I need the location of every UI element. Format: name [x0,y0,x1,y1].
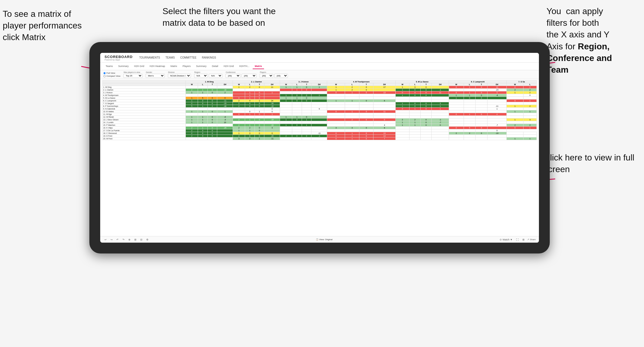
matrix-cell [449,89,464,91]
matrix-cell [432,132,449,135]
region-select-1[interactable]: N/A [194,74,208,78]
max-players-select[interactable]: Top 25 [123,74,142,78]
matrix-cell [302,108,311,110]
matrix-cell: 0 [255,91,264,94]
nav-rankings[interactable]: RANKINGS [202,56,216,60]
matrix-cell [255,89,264,91]
matrix-cell: 0 [449,91,464,94]
toolbar-cursor[interactable]: ⊕ [127,238,132,242]
matrix-cell [207,137,217,140]
matrix-cell: 0 [198,132,208,135]
sub-l-5: L [409,83,421,86]
matrix-cell: -1 [432,89,449,91]
tab-players[interactable]: Players [180,64,193,69]
tab-detail[interactable]: Detail [210,64,220,69]
nav-tournaments[interactable]: TOURNAMENTS [139,56,160,60]
matrix-cell [421,116,432,118]
toolbar-forward[interactable]: ↷ [121,238,126,242]
toolbar-settings[interactable]: ⚙ [145,238,149,242]
matrix-cell: 2 [409,118,421,121]
matrix-cell [292,129,302,132]
matrix-cell [233,91,245,94]
matrix-cell: 0 [476,113,487,116]
tab-h2h-heatmap[interactable]: H2H Heatmap [148,64,167,69]
matrix-cell [217,113,233,116]
watch-btn[interactable]: ⊙ Watch ▼ [499,238,513,242]
matrix-cell: 1 [245,94,255,97]
tab-h2h-grid-2[interactable]: H2H Grid [222,64,236,69]
matrix-cell: 0 [207,129,217,132]
compact-view-radio[interactable]: Compact View [103,75,120,77]
matrix-cell [292,91,302,94]
row-label: 13. J Skov Olesen [103,118,186,121]
matrix-cell: -16 [264,102,280,105]
gender-select[interactable]: Men's [146,74,165,78]
gender-filter: Gender Men's [146,71,165,78]
conference-select-1[interactable]: (All) [226,74,240,78]
matrix-cell [373,113,395,116]
toolbar-undo[interactable]: ↩ [103,238,108,242]
matrix-cell [507,108,523,110]
matrix-cell [327,113,345,116]
matrix-cell: 0 [255,113,264,116]
matrix-cell: 0 [421,124,432,127]
view-label: 📋 View: Original [316,238,333,241]
matrix-cell [311,99,327,102]
toolbar-zoom-in[interactable]: ⊞ [133,238,138,242]
matrix-cell [373,108,395,110]
col-header-1: 1. W Ding [186,81,233,83]
matrix-cell: 1 [395,94,409,97]
row-label: 7. G Sargent [103,102,186,105]
expand-btn[interactable]: ⊞ [521,238,526,242]
table-row: 15. P Maichon210-1910141100-722 [103,124,537,127]
table-row: 12. M Riedel110-6110 [103,116,537,118]
conference-select-2[interactable]: (All) [242,74,256,78]
tab-summary-2[interactable]: Summary [194,64,209,69]
matrix-cell: -1 [432,118,449,121]
tab-matrix-active[interactable]: Matrix [253,64,264,69]
fullscreen-btn[interactable]: ⛶ [515,238,520,242]
matrix-cell: 0 [476,86,487,89]
tab-teams[interactable]: Teams [103,64,115,69]
matrix-cell [186,108,198,110]
toolbar-back[interactable]: ↶ [115,238,120,242]
matrix-cell [245,89,255,91]
compact-view-input[interactable] [103,75,106,77]
toolbar-redo[interactable]: ↪ [109,238,114,242]
conference-label: Conference [226,71,256,73]
matrix-cell: 1 [464,94,476,97]
matrix-cell: 0 [207,135,217,137]
matrix-cell: 0 [255,124,264,127]
matrix-cell: 0 [245,105,255,108]
share-btn[interactable]: ↗ Share [527,238,536,241]
division-select[interactable]: NCAA Division I [168,74,191,78]
matrix-cell: 0 [198,129,208,132]
tab-summary[interactable]: Summary [116,64,131,69]
matrix-cell: 0 [327,137,345,140]
tab-matrix-1[interactable]: Matrix [168,64,180,69]
matrix-cell: 4 [245,99,255,102]
nav-committee[interactable]: COMMITTEE [180,56,196,60]
full-view-input[interactable] [103,72,106,74]
full-view-radio[interactable]: Full View [103,72,120,74]
matrix-cell [409,116,421,118]
matrix-cell [345,97,359,99]
matrix-cell [280,121,292,124]
matrix-cell [359,121,373,124]
tab-h2h-grid[interactable]: H2H Grid [132,64,147,69]
matrix-cell: 1 [395,89,409,91]
matrix-cell: 0 [359,91,373,94]
matrix-cell [311,110,327,113]
tab-h2hth[interactable]: H2HTH... [237,64,252,69]
toolbar-zoom-out[interactable]: ⊟ [139,238,144,242]
nav-teams[interactable]: TEAMS [165,56,175,60]
players-select-1[interactable]: (All) [260,74,273,78]
players-select-2[interactable]: (All) [274,74,288,78]
matrix-cell [464,137,476,140]
matrix-cell [507,94,523,97]
matrix-cell: 1 [255,110,264,113]
region-select-2[interactable]: N/A [209,74,222,78]
matrix-cell [449,118,464,121]
matrix-cell: 0 [233,97,245,99]
matrix-cell [373,97,395,99]
